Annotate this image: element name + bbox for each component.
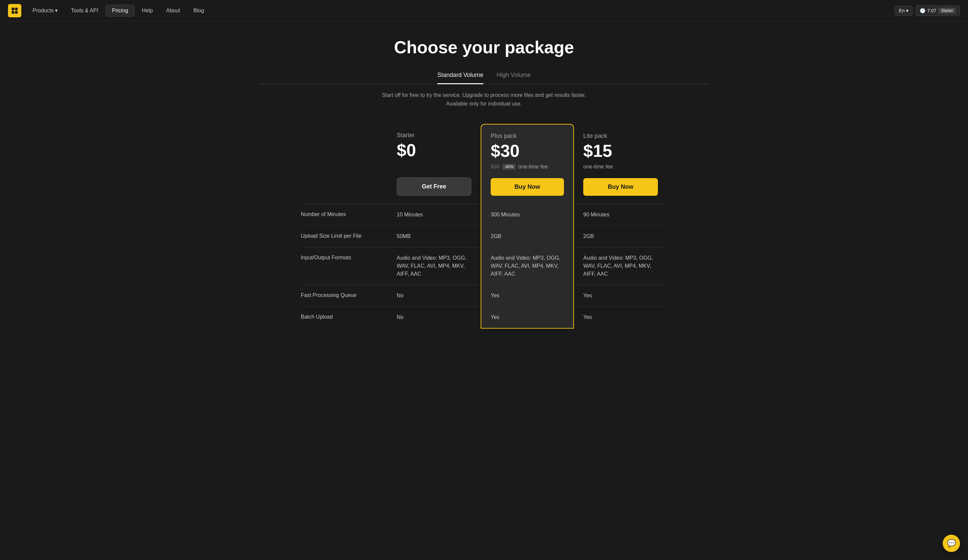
pricing-table: Starter $0 Get Free Plus pack $30 $50 -4… xyxy=(301,124,667,329)
plan-lite-header: Lite pack $15 one-time fee Buy Now xyxy=(574,124,667,204)
feature-lite-upload: 2GB xyxy=(574,225,667,247)
chevron-down-icon: ▾ xyxy=(55,7,58,14)
feature-rows: Number of Minutes 10 Minutes 300 Minutes… xyxy=(301,204,667,329)
nav-links: Products ▾ Tools & API Pricing Help Abou… xyxy=(27,5,895,17)
feature-label-upload-size: Upload Size Limit per File xyxy=(301,225,388,247)
plus-one-time: one-time fee xyxy=(518,164,548,170)
tab-high-volume[interactable]: High Volume xyxy=(497,68,530,84)
starter-get-free-button[interactable]: Get Free xyxy=(397,177,471,196)
plus-buy-now-button[interactable]: Buy Now xyxy=(491,178,564,196)
timer-button[interactable]: 🕐 7:07 Starter xyxy=(915,5,960,16)
feature-plus-minutes: 300 Minutes xyxy=(481,204,574,225)
lite-buy-now-button[interactable]: Buy Now xyxy=(583,178,658,196)
nav-products[interactable]: Products ▾ xyxy=(27,5,64,17)
feature-starter-formats: Audio and Video: MP3, OGG, WAV, FLAC, AV… xyxy=(388,247,481,285)
feature-lite-formats: Audio and Video: MP3, OGG, WAV, FLAC, AV… xyxy=(574,247,667,285)
plus-plan-name: Plus pack xyxy=(491,132,564,139)
feature-starter-upload: 50MB xyxy=(388,225,481,247)
nav-tools-api[interactable]: Tools & API xyxy=(65,5,104,17)
nav-right: En ▾ 🕐 7:07 Starter xyxy=(895,5,960,16)
svg-rect-0 xyxy=(12,8,14,10)
feature-label-formats: Input/Output Formats xyxy=(301,247,388,285)
plan-starter-header: Starter $0 Get Free xyxy=(388,124,481,204)
lite-price: $15 xyxy=(583,142,658,159)
starter-plan-name: Starter xyxy=(397,132,471,139)
lite-price-details: one-time fee xyxy=(583,162,658,172)
nav-about[interactable]: About xyxy=(160,5,186,17)
lite-one-time: one-time fee xyxy=(583,164,613,170)
chat-button[interactable]: 💬 xyxy=(943,535,960,552)
feature-starter-batch: No xyxy=(388,306,481,329)
feature-plus-upload: 2GB xyxy=(481,225,574,247)
nav-help[interactable]: Help xyxy=(136,5,159,17)
tab-standard-volume[interactable]: Standard Volume xyxy=(438,68,483,84)
lite-plan-name: Lite pack xyxy=(583,132,658,139)
user-badge: Starter xyxy=(938,8,956,14)
feature-lite-minutes: 90 Minutes xyxy=(574,204,667,225)
starter-price: $0 xyxy=(397,142,471,159)
feature-plus-fast-queue: Yes xyxy=(481,285,574,306)
feature-plus-formats: Audio and Video: MP3, OGG, WAV, FLAC, AV… xyxy=(481,247,574,285)
navigation: Products ▾ Tools & API Pricing Help Abou… xyxy=(0,0,968,21)
plus-price: $30 xyxy=(491,142,564,159)
chevron-down-icon: ▾ xyxy=(906,8,908,13)
subtitle: Start off for free to try the service. U… xyxy=(371,91,597,108)
clock-icon: 🕐 xyxy=(920,8,925,13)
plus-original-price: $50 xyxy=(491,164,500,170)
pricing-tabs: Standard Volume High Volume xyxy=(259,68,709,84)
feature-plus-batch: Yes xyxy=(481,306,574,329)
page-title: Choose your package xyxy=(259,37,709,57)
plan-plus-header: Plus pack $30 $50 -40% one-time fee Buy … xyxy=(481,124,574,204)
svg-rect-1 xyxy=(15,8,18,10)
nav-blog[interactable]: Blog xyxy=(187,5,210,17)
chat-icon: 💬 xyxy=(947,539,956,548)
feature-lite-batch: Yes xyxy=(574,306,667,329)
plus-price-details: $50 -40% one-time fee xyxy=(491,162,564,172)
svg-rect-2 xyxy=(12,11,14,14)
nav-pricing[interactable]: Pricing xyxy=(106,5,134,17)
feature-label-minutes: Number of Minutes xyxy=(301,204,388,225)
starter-price-details xyxy=(397,162,471,171)
feature-starter-fast-queue: No xyxy=(388,285,481,306)
plus-discount-badge: -40% xyxy=(502,164,515,170)
feature-label-fast-queue: Fast Processing Queue xyxy=(301,285,388,306)
feature-lite-fast-queue: Yes xyxy=(574,285,667,306)
pricing-header-row: Starter $0 Get Free Plus pack $30 $50 -4… xyxy=(301,124,667,204)
svg-rect-3 xyxy=(15,11,18,14)
main-content: Choose your package Standard Volume High… xyxy=(251,21,717,355)
language-selector[interactable]: En ▾ xyxy=(895,6,913,16)
logo[interactable] xyxy=(8,4,21,17)
feature-label-batch-upload: Batch Upload xyxy=(301,306,388,329)
feature-starter-minutes: 10 Minutes xyxy=(388,204,481,225)
